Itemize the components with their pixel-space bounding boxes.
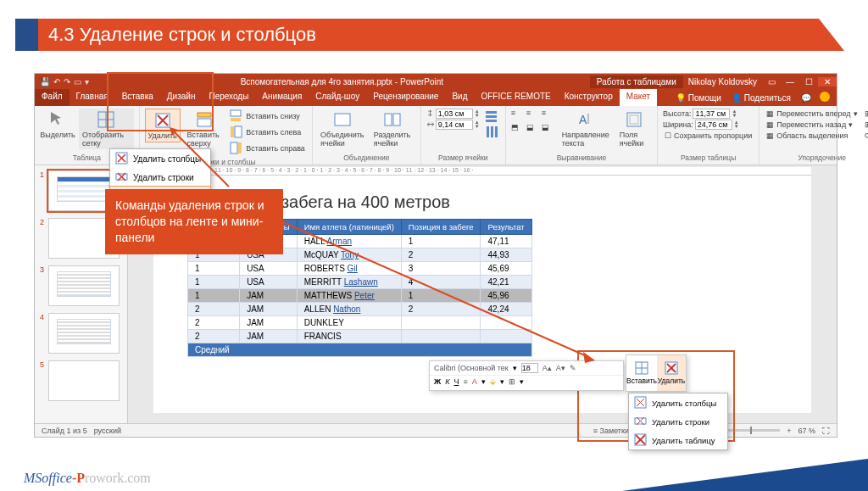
close-icon[interactable]: ✕	[818, 77, 837, 86]
align-center-icon[interactable]: ≡	[526, 109, 540, 122]
fit-window-icon[interactable]: ⛶	[822, 427, 830, 435]
mini-fill-icon[interactable]: ⬙	[490, 377, 496, 386]
view-gridlines-button[interactable]: Отобразить сетку	[79, 109, 134, 149]
cell-width-input[interactable]: 🡘▲▼	[426, 120, 480, 130]
context-tab-label: Работа с таблицами	[590, 75, 683, 88]
distribute-cols-button[interactable]	[483, 125, 500, 140]
mini-toolbar[interactable]: Calibri (Основной тек▾ A▴ A▾ ✎ Ж К Ч ≡ A…	[429, 360, 624, 391]
align-right-icon[interactable]: ≡	[542, 109, 555, 122]
zoom-value[interactable]: 67 %	[798, 427, 815, 435]
mini-toolbar-table[interactable]: Вставить Удалить	[626, 354, 687, 392]
table-cell[interactable]: 1	[188, 262, 240, 276]
table-height-input[interactable]: Высота:▲▼	[663, 109, 754, 119]
comments-icon[interactable]: 💬	[796, 89, 816, 106]
select-button[interactable]: Выделить	[40, 109, 75, 141]
distribute-rows-button[interactable]	[483, 109, 500, 124]
mini-shrink-icon[interactable]: A▾	[556, 364, 565, 372]
merge-cells-button[interactable]: Объединить ячейки	[318, 109, 367, 149]
notes-button[interactable]: ≡ Заметки	[593, 427, 629, 435]
bring-forward-button[interactable]: ▦ Переместить вперед ▾	[765, 109, 859, 119]
insert-above-icon	[195, 110, 214, 129]
insert-below-button[interactable]: Вставить снизу	[228, 109, 307, 124]
align-menu[interactable]: ⊞ ▾	[863, 109, 868, 119]
lock-aspect-checkbox[interactable]: ☐ Сохранить пропорции	[663, 131, 754, 141]
redo-icon[interactable]: ↷	[64, 77, 70, 86]
rotate-menu[interactable]: ⟳ ▾	[863, 131, 868, 141]
mini-align-icon[interactable]: ≡	[463, 377, 467, 386]
ribbon-options-icon[interactable]: ▭	[762, 77, 781, 86]
send-backward-button[interactable]: ▦ Переместить назад ▾	[765, 120, 859, 130]
insert-left-button[interactable]: Вставить слева	[228, 125, 307, 140]
tab-file[interactable]: Файл	[35, 89, 70, 106]
align-left-icon[interactable]: ≡	[511, 109, 525, 122]
thumb-4[interactable]: 4	[40, 313, 122, 354]
ctx-delete-table[interactable]: Удалить таблицу	[629, 431, 727, 449]
tab-review[interactable]: Рецензирование	[366, 89, 445, 106]
tab-animation[interactable]: Анимация	[255, 89, 309, 106]
ctx-delete-rows[interactable]: Удалить строки	[629, 412, 727, 431]
thumb-3[interactable]: 3	[40, 265, 122, 306]
group-alignment: ≡ ≡ ≡ ⬒ ⬓ ⬓ AНаправление текста Поля яче…	[506, 106, 658, 165]
table-cell[interactable]: 1	[188, 276, 240, 289]
grid-icon	[97, 110, 115, 129]
zoom-in-icon[interactable]: +	[787, 427, 791, 435]
selection-pane-button[interactable]: ▦ Область выделения	[765, 131, 859, 141]
delete-cols-icon	[115, 152, 129, 165]
valign-mid-icon[interactable]: ⬓	[526, 123, 540, 137]
tab-constructor[interactable]: Конструктор	[558, 89, 620, 106]
dist-cols-icon	[485, 126, 498, 139]
mini-underline-icon[interactable]: Ч	[453, 377, 459, 386]
mini-italic-icon[interactable]: К	[445, 377, 449, 386]
mini-borders-icon[interactable]: ⊞	[509, 377, 515, 386]
table-cell[interactable]: 1	[188, 289, 240, 303]
mini-font-name[interactable]: Calibri (Основной тек	[434, 364, 509, 372]
group-label-tablesize: Размер таблицы	[663, 152, 754, 162]
ctx-del-table-icon	[634, 433, 648, 447]
split-cells-button[interactable]: Разделить ячейки	[370, 109, 415, 149]
mini-grow-icon[interactable]: A▴	[542, 364, 552, 372]
mini-insert-button[interactable]: Вставить	[626, 355, 657, 391]
text-direction-button[interactable]: AНаправление текста	[559, 109, 613, 149]
maximize-icon[interactable]: ☐	[799, 77, 818, 86]
tab-home[interactable]: Главная	[70, 89, 115, 106]
qat-more-icon[interactable]: ▾	[85, 77, 89, 86]
undo-icon[interactable]: ↶	[53, 77, 60, 86]
thumb-5[interactable]: 5	[40, 360, 122, 401]
svg-rect-22	[495, 126, 498, 137]
quick-access-toolbar[interactable]: 💾 ↶ ↷ ▭ ▾	[35, 77, 94, 86]
mini-bold-icon[interactable]: Ж	[434, 377, 441, 386]
table-width-input[interactable]: Ширина:▲▼	[663, 120, 754, 130]
mini-color-icon[interactable]: A	[472, 377, 477, 386]
status-lang[interactable]: русский	[94, 427, 121, 435]
feedback-icon[interactable]	[820, 92, 830, 102]
table-cell[interactable]: 2	[188, 330, 240, 343]
ctx-delete-columns[interactable]: Удалить столбцы	[629, 393, 727, 412]
zoom-slider[interactable]	[721, 429, 780, 432]
mini-delete-button[interactable]: Удалить	[657, 355, 686, 391]
insert-right-button[interactable]: Вставить справа	[228, 141, 307, 156]
share-button[interactable]: 👤 Поделиться	[726, 89, 796, 106]
cell-margins-button[interactable]: Поля ячейки	[616, 109, 652, 149]
cell-height-input[interactable]: 🡙▲▼	[426, 109, 480, 119]
page-number: 14	[848, 473, 860, 486]
tab-layout[interactable]: Макет	[620, 89, 657, 106]
tab-transitions[interactable]: Переходы	[202, 89, 255, 106]
tab-design[interactable]: Дизайн	[160, 89, 203, 106]
user-name[interactable]: Nikolay Koldovsky	[683, 77, 762, 86]
tab-view[interactable]: Вид	[445, 89, 474, 106]
table-cell[interactable]: 2	[188, 316, 240, 330]
group-menu[interactable]: ⊞ ▾	[863, 120, 868, 130]
valign-bot-icon[interactable]: ⬓	[542, 123, 555, 137]
save-icon[interactable]: 💾	[40, 77, 50, 86]
svg-line-50	[174, 131, 229, 187]
group-label-merge: Объединение	[318, 152, 415, 162]
tab-office-remote[interactable]: OFFICE REMOTE	[474, 89, 557, 106]
valign-top-icon[interactable]: ⬒	[511, 123, 525, 137]
start-show-icon[interactable]: ▭	[74, 77, 81, 86]
mini-format-painter-icon[interactable]: ✎	[570, 364, 576, 372]
table-cell[interactable]: 2	[188, 303, 240, 316]
minimize-icon[interactable]: —	[781, 77, 799, 86]
tab-slideshow[interactable]: Слайд-шоу	[309, 89, 366, 106]
tab-insert[interactable]: Вставка	[115, 89, 160, 106]
tell-me[interactable]: 💡 Помощи	[670, 89, 726, 106]
